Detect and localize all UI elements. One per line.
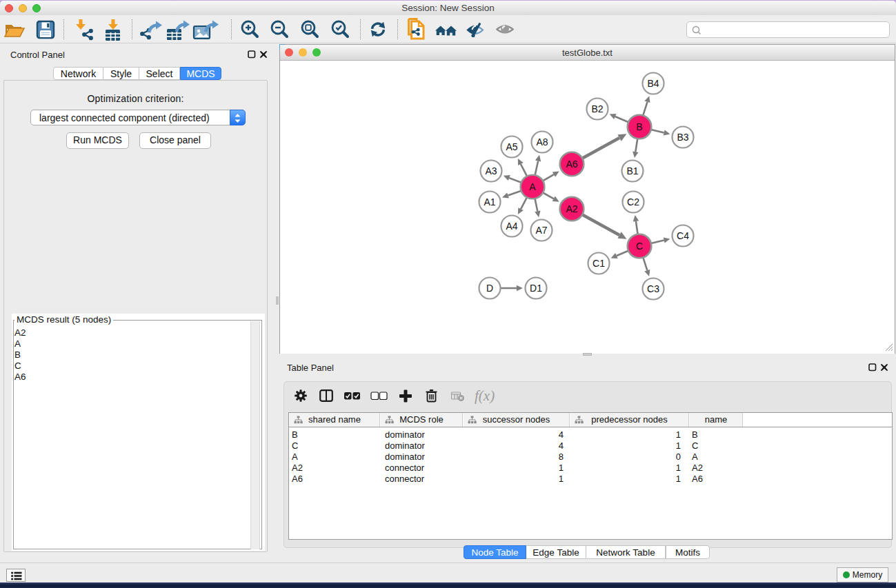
svg-text:B: B <box>636 121 642 132</box>
svg-text:C1: C1 <box>593 258 605 269</box>
svg-text:A6: A6 <box>566 159 577 170</box>
svg-text:A5: A5 <box>506 141 517 152</box>
svg-text:A3: A3 <box>485 165 497 176</box>
svg-text:A7: A7 <box>535 225 547 236</box>
svg-text:C4: C4 <box>677 230 689 241</box>
svg-text:D1: D1 <box>530 283 542 294</box>
svg-text:B4: B4 <box>647 78 659 89</box>
svg-text:A: A <box>529 181 536 192</box>
svg-text:B1: B1 <box>626 165 638 176</box>
svg-text:B3: B3 <box>677 132 688 143</box>
svg-text:B2: B2 <box>591 103 603 114</box>
svg-text:A8: A8 <box>536 136 548 148</box>
svg-text:D: D <box>486 283 493 294</box>
svg-text:A2: A2 <box>566 203 577 214</box>
svg-text:C2: C2 <box>627 196 639 207</box>
svg-text:C3: C3 <box>647 283 659 294</box>
svg-text:C: C <box>636 241 643 252</box>
svg-text:A4: A4 <box>506 221 517 232</box>
svg-text:A1: A1 <box>484 196 495 207</box>
